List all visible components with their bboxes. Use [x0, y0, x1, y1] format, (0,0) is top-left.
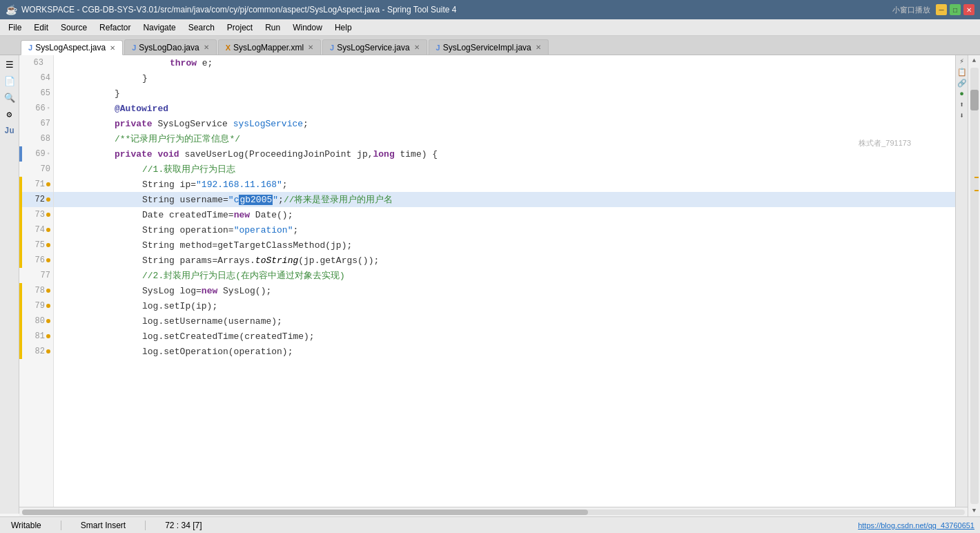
- sidebar-icon-ju[interactable]: Ju: [3, 124, 17, 138]
- window-title: WORKSPACE - CGB-DB-SYS-V3.01/src/main/ja…: [21, 5, 456, 14]
- token-73-date: Date createdTime=: [142, 210, 234, 220]
- status-link-text[interactable]: https://blog.csdn.net/qq_43760651: [858, 521, 974, 530]
- editor: 63 64 65 66 ◦ 67 68 69 ◦: [19, 55, 966, 516]
- lbi-71: [19, 177, 22, 192]
- code-line-72: String username= "cgb2005" ; //将来是登录用户的用…: [54, 192, 966, 207]
- tab-syslogdao[interactable]: J SysLogDao.java ✕: [124, 39, 217, 55]
- sidebar: ☰ 📄 🔍 ⚙ Ju: [0, 55, 19, 514]
- line-number-73: 73: [35, 210, 45, 220]
- window-note: 小窗口播放: [892, 5, 930, 15]
- menu-search[interactable]: Search: [183, 21, 220, 34]
- gutter-line-63: 63: [19, 55, 53, 70]
- menu-project[interactable]: Project: [222, 21, 258, 34]
- h-scroll-track[interactable]: [22, 510, 965, 515]
- token-67-private: private: [115, 119, 153, 129]
- line-number-79: 79: [35, 301, 45, 311]
- sidebar-icon-package[interactable]: ☰: [3, 58, 17, 72]
- tab-close-syslogaspect[interactable]: ✕: [110, 44, 115, 52]
- marker-73: [46, 213, 50, 217]
- code-line-76: String params=Arrays. toString (jp.getAr…: [54, 253, 966, 268]
- lbi-75: [19, 238, 22, 253]
- line-number-67: 67: [41, 119, 50, 128]
- lbi-69: [19, 146, 22, 162]
- token-66-annotation: @Autowired: [115, 104, 168, 114]
- gutter-line-77: 77: [19, 268, 53, 283]
- token-69-sig: saveUserLog(ProceedingJoinPoint jp,: [179, 149, 373, 159]
- tab-close-syslogservice[interactable]: ✕: [414, 43, 420, 51]
- scroll-track[interactable]: [970, 68, 979, 504]
- tab-icon-syslogservice: J: [330, 43, 334, 52]
- line-number-74: 74: [35, 225, 45, 235]
- code-content[interactable]: 株式者_791173 throw e; } } @Autowired priva…: [54, 55, 966, 516]
- minimize-button[interactable]: ─: [936, 4, 947, 15]
- tab-syslogserviceimpl[interactable]: J SysLogServiceImpl.java ✕: [429, 39, 549, 55]
- tab-close-syslogmapper[interactable]: ✕: [308, 43, 313, 51]
- gutter-line-79: 79: [19, 298, 53, 313]
- marker-69: ◦: [47, 151, 50, 157]
- minimap-warning: [974, 177, 979, 178]
- sidebar-icon-search[interactable]: 🔍: [3, 91, 17, 105]
- tab-syslogmapper[interactable]: X SysLogMapper.xml ✕: [218, 39, 321, 55]
- gutter-line-64: 64: [19, 70, 53, 86]
- token-76-code1: String params=Arrays.: [142, 255, 255, 266]
- right-icon-4[interactable]: ●: [959, 90, 964, 98]
- token-79-code: log.setIp(ip);: [142, 301, 217, 311]
- right-icon-1[interactable]: ⚡: [959, 57, 964, 66]
- menu-run[interactable]: Run: [259, 21, 286, 34]
- right-icon-3[interactable]: 🔗: [957, 79, 967, 88]
- token-72-quote-open: "c: [228, 195, 239, 205]
- menu-window[interactable]: Window: [287, 21, 328, 34]
- close-button[interactable]: ✕: [963, 4, 974, 15]
- gutter-line-78: 78: [19, 283, 53, 298]
- scroll-thumb[interactable]: [970, 90, 979, 110]
- line-number-81: 81: [35, 331, 45, 341]
- marker-82: [46, 349, 50, 353]
- gutter-line-70: 70: [19, 162, 53, 177]
- scroll-up-arrow[interactable]: ▲: [968, 55, 981, 66]
- tab-close-syslogdao[interactable]: ✕: [204, 43, 209, 51]
- tab-syslogaspect[interactable]: J SysLogAspect.java ✕: [21, 40, 123, 55]
- token-77-comment: //2.封装用户行为日志(在内容中通过对象去实现): [142, 269, 345, 282]
- tab-syslogservice[interactable]: J SysLogService.java ✕: [322, 39, 427, 55]
- scroll-down-arrow[interactable]: ▼: [968, 505, 981, 516]
- maximize-button[interactable]: □: [950, 4, 961, 15]
- menu-source[interactable]: Source: [55, 21, 92, 34]
- lbi-74: [19, 222, 22, 238]
- right-icon-6[interactable]: ⬇: [959, 111, 964, 120]
- gutter: 63 64 65 66 ◦ 67 68 69 ◦: [19, 55, 54, 516]
- gutter-line-73: 73: [19, 207, 53, 222]
- gutter-line-65: 65: [19, 86, 53, 101]
- code-line-69: private void saveUserLog(ProceedingJoinP…: [54, 146, 966, 162]
- app-icon: ☕: [6, 4, 17, 15]
- token-73-date2: Date();: [250, 210, 293, 220]
- menu-edit[interactable]: Edit: [28, 21, 54, 34]
- token-82-code: log.setOperation(operation);: [142, 347, 293, 357]
- tab-close-syslogserviceimpl[interactable]: ✕: [536, 43, 541, 51]
- menu-file[interactable]: File: [3, 21, 27, 34]
- tab-label-syslogdao: SysLogDao.java: [139, 43, 199, 52]
- marker-78: [46, 289, 50, 293]
- status-position: 72 : 34 [7]: [159, 519, 207, 532]
- tab-icon-syslogaspect: J: [28, 43, 32, 52]
- h-scroll-thumb[interactable]: [22, 510, 588, 515]
- right-icon-5[interactable]: ⬆: [959, 100, 964, 109]
- line-number-71: 71: [35, 180, 45, 189]
- sidebar-icon-file[interactable]: 📄: [3, 75, 17, 88]
- lbi-72: [19, 192, 22, 207]
- token-72-selected: gb2005: [239, 195, 273, 205]
- tab-icon-syslogmapper: X: [226, 43, 231, 52]
- code-line-79: log.setIp(ip);: [54, 298, 966, 313]
- horizontal-scrollbar[interactable]: [19, 507, 968, 516]
- gutter-line-81: 81: [19, 329, 53, 344]
- marker-76: [46, 258, 50, 262]
- menu-refactor[interactable]: Refactor: [94, 21, 136, 34]
- token-69-time: time) {: [395, 149, 438, 159]
- right-icon-2[interactable]: 📋: [957, 68, 967, 77]
- tab-icon-syslogserviceimpl: J: [436, 43, 440, 52]
- sidebar-icon-tools[interactable]: ⚙: [3, 108, 17, 122]
- line-number-70: 70: [41, 164, 50, 174]
- menu-help[interactable]: Help: [329, 21, 357, 34]
- menu-navigate[interactable]: Navigate: [137, 21, 181, 34]
- token-71-semi: ;: [282, 180, 288, 190]
- line-number-66: 66: [35, 104, 45, 113]
